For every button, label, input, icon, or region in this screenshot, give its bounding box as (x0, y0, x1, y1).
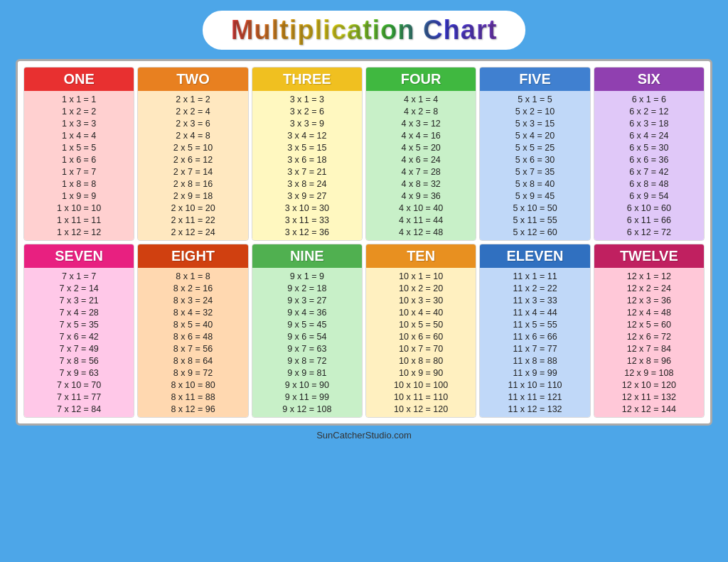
table-body-eleven: 11 x 1 = 1111 x 2 = 2211 x 3 = 3311 x 4 … (480, 268, 589, 417)
table-body-two: 2 x 1 = 22 x 2 = 42 x 3 = 62 x 4 = 82 x … (138, 91, 247, 240)
table-row: 11 x 5 = 55 (484, 318, 585, 330)
table-row: 2 x 10 = 20 (142, 202, 243, 214)
footer-text: SunCatcherStudio.com (316, 430, 412, 441)
table-row: 5 x 7 = 35 (484, 166, 585, 178)
table-row: 1 x 10 = 10 (28, 202, 129, 214)
chart-row-top: ONE1 x 1 = 11 x 2 = 21 x 3 = 31 x 4 = 41… (23, 67, 705, 241)
table-header-five: FIVE (480, 67, 589, 91)
table-row: 3 x 5 = 15 (257, 141, 358, 153)
table-body-seven: 7 x 1 = 77 x 2 = 147 x 3 = 217 x 4 = 287… (24, 268, 134, 417)
table-row: 4 x 11 = 44 (370, 214, 471, 226)
table-row: 7 x 3 = 21 (28, 294, 129, 306)
table-row: 8 x 12 = 96 (142, 403, 243, 415)
table-row: 9 x 4 = 36 (257, 306, 358, 318)
table-header-six: SIX (594, 67, 704, 91)
table-row: 2 x 4 = 8 (142, 129, 243, 141)
table-row: 5 x 11 = 55 (484, 214, 585, 226)
table-body-nine: 9 x 1 = 99 x 2 = 189 x 3 = 279 x 4 = 369… (252, 268, 362, 417)
table-row: 6 x 2 = 12 (599, 105, 700, 117)
table-header-ten: TEN (366, 244, 476, 268)
table-six: SIX6 x 1 = 66 x 2 = 126 x 3 = 186 x 4 = … (594, 67, 705, 241)
table-header-twelve: TWELVE (594, 244, 704, 268)
table-row: 7 x 5 = 35 (28, 318, 129, 330)
table-one: ONE1 x 1 = 11 x 2 = 21 x 3 = 31 x 4 = 41… (23, 67, 134, 241)
table-header-seven: SEVEN (24, 244, 134, 268)
table-row: 1 x 3 = 3 (28, 117, 129, 129)
table-body-three: 3 x 1 = 33 x 2 = 63 x 3 = 93 x 4 = 123 x… (252, 91, 362, 240)
table-row: 9 x 1 = 9 (257, 270, 358, 282)
table-row: 1 x 5 = 5 (28, 141, 129, 153)
table-row: 7 x 11 = 77 (28, 391, 129, 403)
table-row: 4 x 12 = 48 (370, 226, 471, 238)
table-row: 11 x 12 = 132 (484, 403, 585, 415)
table-row: 1 x 1 = 1 (28, 93, 129, 105)
table-row: 2 x 3 = 6 (142, 117, 243, 129)
table-row: 5 x 12 = 60 (484, 226, 585, 238)
page-title: Multiplication Chart (231, 15, 498, 45)
table-row: 4 x 6 = 24 (370, 153, 471, 166)
table-body-twelve: 12 x 1 = 1212 x 2 = 2412 x 3 = 3612 x 4 … (594, 268, 704, 417)
table-row: 6 x 3 = 18 (599, 117, 700, 129)
table-row: 6 x 4 = 24 (599, 129, 700, 141)
table-row: 2 x 6 = 12 (142, 153, 243, 166)
table-row: 5 x 2 = 10 (484, 105, 585, 117)
table-header-two: TWO (138, 67, 247, 91)
table-row: 7 x 7 = 49 (28, 342, 129, 355)
table-row: 8 x 10 = 80 (142, 379, 243, 391)
table-row: 10 x 7 = 70 (370, 342, 471, 355)
table-row: 9 x 11 = 99 (257, 391, 358, 403)
table-row: 6 x 12 = 72 (599, 226, 700, 238)
table-ten: TEN10 x 1 = 1010 x 2 = 2010 x 3 = 3010 x… (365, 244, 476, 418)
table-five: FIVE5 x 1 = 55 x 2 = 105 x 3 = 155 x 4 =… (479, 67, 590, 241)
table-row: 7 x 10 = 70 (28, 379, 129, 391)
table-header-nine: NINE (252, 244, 362, 268)
table-row: 11 x 2 = 22 (484, 282, 585, 294)
table-row: 4 x 4 = 16 (370, 129, 471, 141)
table-row: 3 x 3 = 9 (257, 117, 358, 129)
table-row: 1 x 4 = 4 (28, 129, 129, 141)
table-seven: SEVEN7 x 1 = 77 x 2 = 147 x 3 = 217 x 4 … (23, 244, 134, 418)
table-header-one: ONE (24, 67, 134, 91)
table-row: 3 x 4 = 12 (257, 129, 358, 141)
table-row: 3 x 1 = 3 (257, 93, 358, 105)
table-row: 8 x 11 = 88 (142, 391, 243, 403)
table-row: 5 x 3 = 15 (484, 117, 585, 129)
table-row: 9 x 10 = 90 (257, 379, 358, 391)
table-row: 3 x 9 = 27 (257, 190, 358, 202)
table-row: 2 x 12 = 24 (142, 226, 243, 238)
table-row: 2 x 5 = 10 (142, 141, 243, 153)
table-row: 12 x 8 = 96 (599, 355, 700, 367)
table-row: 6 x 8 = 48 (599, 178, 700, 190)
table-row: 8 x 6 = 48 (142, 330, 243, 342)
table-eight: EIGHT8 x 1 = 88 x 2 = 168 x 3 = 248 x 4 … (137, 244, 248, 418)
table-row: 6 x 1 = 6 (599, 93, 700, 105)
table-row: 6 x 7 = 42 (599, 166, 700, 178)
table-row: 3 x 2 = 6 (257, 105, 358, 117)
table-row: 10 x 2 = 20 (370, 282, 471, 294)
table-row: 9 x 8 = 72 (257, 355, 358, 367)
table-row: 5 x 6 = 30 (484, 153, 585, 166)
table-row: 3 x 11 = 33 (257, 214, 358, 226)
table-body-six: 6 x 1 = 66 x 2 = 126 x 3 = 186 x 4 = 246… (594, 91, 704, 240)
table-row: 5 x 8 = 40 (484, 178, 585, 190)
table-row: 1 x 7 = 7 (28, 166, 129, 178)
table-row: 11 x 11 = 121 (484, 391, 585, 403)
table-row: 4 x 10 = 40 (370, 202, 471, 214)
table-row: 10 x 10 = 100 (370, 379, 471, 391)
table-row: 10 x 4 = 40 (370, 306, 471, 318)
table-row: 8 x 2 = 16 (142, 282, 243, 294)
table-row: 11 x 4 = 44 (484, 306, 585, 318)
table-row: 12 x 1 = 12 (599, 270, 700, 282)
table-row: 12 x 11 = 132 (599, 391, 700, 403)
table-row: 2 x 2 = 4 (142, 105, 243, 117)
table-row: 7 x 2 = 14 (28, 282, 129, 294)
table-row: 4 x 5 = 20 (370, 141, 471, 153)
table-row: 12 x 3 = 36 (599, 294, 700, 306)
table-row: 7 x 6 = 42 (28, 330, 129, 342)
table-row: 3 x 6 = 18 (257, 153, 358, 166)
table-row: 10 x 8 = 80 (370, 355, 471, 367)
table-row: 4 x 3 = 12 (370, 117, 471, 129)
table-row: 2 x 8 = 16 (142, 178, 243, 190)
table-body-five: 5 x 1 = 55 x 2 = 105 x 3 = 155 x 4 = 205… (480, 91, 589, 240)
table-row: 5 x 9 = 45 (484, 190, 585, 202)
